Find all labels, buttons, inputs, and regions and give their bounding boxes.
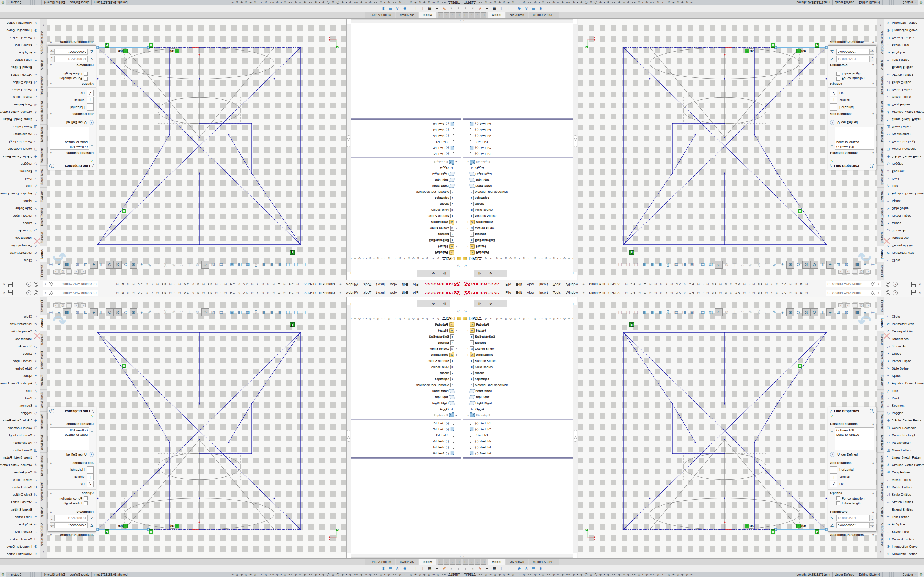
option-checkbox[interactable]: Infinite length: [50, 72, 88, 76]
search-input[interactable]: [832, 282, 870, 287]
sketch-tool-item[interactable]: ↻ Rotate Entities: [884, 483, 924, 491]
menu-item[interactable]: File: [410, 280, 421, 288]
sketch-tool-item[interactable]: ╱ Line: [0, 183, 40, 190]
feature-manager-tab[interactable]: [463, 270, 474, 277]
heads-up-toolbar-icon[interactable]: ⊥: [731, 308, 739, 316]
heads-up-toolbar-icon[interactable]: ↶: [201, 308, 209, 316]
search-input[interactable]: [832, 291, 870, 295]
add-relation-button[interactable]: — Horizontal: [830, 104, 874, 111]
heads-up-toolbar-icon[interactable]: [850, 261, 853, 269]
tree-row[interactable]: ▸ ★ FavoritesFavorites: [462, 250, 573, 256]
command-tab[interactable]: WeldmentsWeldments: [40, 412, 47, 432]
bottom-toolbar-icon[interactable]: ≡: [433, 566, 441, 571]
minimize-button[interactable]: –: [899, 288, 908, 297]
heads-up-toolbar-icon[interactable]: ◼: [640, 308, 648, 316]
splitter-knob[interactable]: [347, 138, 350, 141]
tree-row[interactable]: ▸ Σ EquationsEquations: [351, 376, 462, 382]
sketch-tool-item[interactable]: ◇ Polygon: [0, 160, 40, 168]
relation-item[interactable]: Equal length109: [836, 432, 873, 437]
dimension-label[interactable]: =109: [745, 524, 754, 528]
sketch-tool-item[interactable]: ◇ Polygon: [884, 409, 924, 417]
expand-caret-icon[interactable]: ▸: [467, 414, 470, 417]
heads-up-toolbar-icon[interactable]: +: [137, 308, 145, 316]
motion-tab[interactable]: 3D Views: [506, 12, 528, 18]
relation-item[interactable]: Collinear108: [836, 145, 873, 149]
feature-manager-tab[interactable]: [463, 300, 474, 307]
menu-item[interactable]: Window: [344, 280, 360, 288]
heads-up-toolbar-icon[interactable]: ▢: [624, 261, 632, 269]
heads-up-toolbar-icon[interactable]: ⊞: [82, 308, 90, 316]
heads-up-toolbar-icon[interactable]: ✎: [170, 261, 178, 269]
sketch-row[interactable]: ▸ (-) Sketch6Sketch6: [462, 450, 573, 456]
sketch-tool-item[interactable]: ⊚ Perimeter Circle: [884, 250, 924, 257]
sketch-tool-item[interactable]: ✳ Circular Sketch Pattern: [0, 461, 40, 469]
restore-button[interactable]: [8, 280, 16, 288]
heads-up-toolbar-icon[interactable]: ╳: [754, 261, 762, 269]
command-tab[interactable]: Direct EditingDirect Editing: [40, 205, 47, 229]
dimension-label[interactable]: =109: [745, 49, 754, 53]
heads-up-toolbar-icon[interactable]: ▢: [624, 308, 632, 316]
sketch-relation-badge[interactable]: 3: [290, 250, 294, 255]
sketch-tool-item[interactable]: ⊢ Extend Entities: [0, 64, 40, 71]
heads-up-toolbar-icon[interactable]: ◫: [98, 308, 106, 316]
sketch-tool-item[interactable]: ⇔ Stretch Entities: [884, 498, 924, 506]
sketch-tool-item[interactable]: ◈ 3 Point Center Recta...: [0, 417, 40, 424]
sketch-row[interactable]: ▸ (-) Sketch5Sketch5: [351, 438, 462, 444]
heads-up-toolbar-icon[interactable]: ↧: [252, 261, 260, 269]
sketch-tool-item[interactable]: ✂ Trim Entities: [0, 56, 40, 64]
sketch-tool-item[interactable]: ◈ 3 Point Center Recta...: [0, 153, 40, 160]
tree-row[interactable]: ▸ Right PlaneRight Plane: [462, 171, 573, 177]
sketch-tool-item[interactable]: ◿ Scale Entities: [0, 79, 40, 86]
tab-strip-overflow-icon[interactable]: ⁝: [877, 549, 884, 554]
heads-up-toolbar-icon[interactable]: ◡: [153, 261, 162, 269]
feature-manager-tab[interactable]: [417, 270, 428, 277]
command-tab[interactable]: MBD DimensionsMBD Dimensions: [40, 520, 47, 549]
heads-up-toolbar-icon[interactable]: ▣: [688, 308, 696, 316]
relations-list[interactable]: Collinear108Equal length109: [50, 427, 89, 450]
close-button[interactable]: ×: [0, 280, 8, 288]
tree-row[interactable]: ▸ ↺ HistoryHistory: [462, 243, 573, 250]
tree-row[interactable]: ▸ ≡ Material <not specified>Material <no…: [462, 189, 573, 195]
pin-icon[interactable]: ✦: [582, 282, 585, 286]
sketch-tool-item[interactable]: ↝ Fit Spline: [884, 521, 924, 528]
sketch-tool-item[interactable]: ⊚ Perimeter Circle: [0, 250, 40, 257]
command-tab[interactable]: Mold ToolsMold Tools: [40, 432, 47, 453]
tree-row[interactable]: ▸ ◆ Surface BodiesSurface Bodies: [462, 358, 573, 364]
bottom-toolbar-icon[interactable]: ◷: [394, 6, 401, 11]
bottom-toolbar-icon[interactable]: ◖: [469, 566, 476, 571]
heads-up-toolbar-icon[interactable]: ⊞: [834, 308, 842, 316]
sketch-tool-item[interactable]: ◫ Mirror Entities: [0, 446, 40, 454]
sketch-row[interactable]: ▸ (-) Sketch1Sketch1: [462, 151, 573, 157]
menu-item[interactable]: Insert: [374, 288, 387, 297]
panel-expander-icon[interactable]: »: [18, 549, 22, 559]
scroll-right-icon[interactable]: ▸: [352, 20, 353, 22]
bottom-toolbar-icon[interactable]: ◗: [462, 6, 469, 11]
close-button[interactable]: ×: [916, 280, 924, 288]
add-relation-button[interactable]: | Vertical: [830, 474, 874, 480]
heads-up-toolbar-icon[interactable]: ↧: [664, 308, 672, 316]
sketch-tool-item[interactable]: ◡ 3 Point Arc: [0, 342, 40, 350]
heads-up-toolbar-icon[interactable]: ◼: [656, 261, 664, 269]
menu-item[interactable]: Insert: [374, 280, 387, 288]
search-dropdown-icon[interactable]: ▾: [876, 282, 880, 287]
heads-up-toolbar-icon[interactable]: ▢: [292, 261, 300, 269]
heads-up-toolbar-icon[interactable]: ▢: [616, 261, 624, 269]
sketch-tool-item[interactable]: ∷ Linear Sketch Pattern: [0, 454, 40, 461]
bottom-toolbar-icon[interactable]: ≡: [483, 566, 491, 571]
tree-row[interactable]: ▸ ≡ Material <not specified>Material <no…: [351, 382, 462, 388]
motion-tab[interactable]: 3D Views: [396, 12, 418, 18]
heads-up-toolbar-icon[interactable]: ▨: [209, 261, 217, 269]
sketch-tool-item[interactable]: ▱ Parallelogram: [0, 439, 40, 446]
sketch-relation-badge[interactable]: [149, 43, 153, 48]
collapse-caret-icon[interactable]: ∧: [50, 422, 52, 426]
heads-up-toolbar-icon[interactable]: Ɔ: [121, 308, 129, 316]
sketch-tool-item[interactable]: ↔ Move Entities: [884, 476, 924, 483]
panel-expander-icon[interactable]: »: [902, 19, 906, 29]
sketch-tool-item[interactable]: ◡ 3 Point Arc: [884, 227, 924, 235]
tree-row[interactable]: ▸ ▤ Design BinderDesign Binder: [351, 225, 462, 231]
sketch-tool-item[interactable]: ⊡ Center Rectangle: [884, 424, 924, 431]
length-spinner[interactable]: ▴▾: [870, 515, 874, 521]
bottom-toolbar-icon[interactable]: ◷: [394, 566, 401, 571]
sketch-tool-item[interactable]: ✳ Circular Sketch Pattern: [884, 108, 924, 116]
sketch-tool-item[interactable]: ◫ Mirror Entities: [0, 123, 40, 131]
